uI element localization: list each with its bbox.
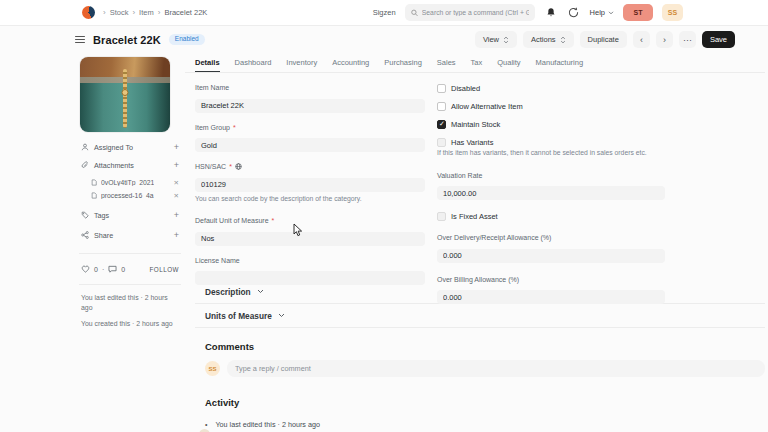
file-icon bbox=[91, 192, 97, 199]
prev-document-button[interactable]: ‹ bbox=[633, 31, 650, 48]
tab-dashboard[interactable]: Dashboard bbox=[235, 53, 272, 72]
comment-avatar: SS bbox=[205, 361, 220, 376]
over-delivery-field[interactable] bbox=[437, 249, 665, 263]
required-marker: * bbox=[233, 124, 236, 131]
attachment-row: 0vOLy4tiTp_2021 ✕ bbox=[91, 177, 179, 188]
select-chevrons-icon bbox=[503, 36, 509, 44]
remove-attachment-icon[interactable]: ✕ bbox=[174, 179, 179, 187]
actions-button[interactable]: Actions bbox=[523, 31, 574, 48]
tab-quality[interactable]: Quality bbox=[497, 53, 520, 72]
duplicate-button[interactable]: Duplicate bbox=[580, 31, 627, 48]
sidebar-share: Share + bbox=[81, 229, 179, 241]
breadcrumb: › Stock › Item › Bracelet 22K bbox=[103, 8, 207, 17]
view-label: View bbox=[483, 35, 499, 44]
search-input[interactable] bbox=[422, 9, 529, 16]
has-variants-checkbox-row: Has Variants bbox=[437, 138, 665, 147]
disabled-label: Disabled bbox=[451, 84, 480, 93]
dot-separator: · bbox=[102, 266, 104, 273]
bell-icon bbox=[546, 7, 556, 18]
form-body: Item Name Item Group * HSN/SAC * You can bbox=[195, 73, 765, 429]
user-avatar-ss[interactable]: SS bbox=[662, 4, 683, 21]
global-search[interactable] bbox=[405, 4, 535, 21]
breadcrumb-current[interactable]: Bracelet 22K bbox=[164, 8, 207, 17]
attachment-link[interactable]: 0vOLy4tiTp_2021 bbox=[101, 179, 154, 186]
view-button[interactable]: View bbox=[475, 31, 517, 48]
required-marker: * bbox=[272, 217, 275, 224]
heart-icon[interactable] bbox=[81, 265, 90, 273]
is-fixed-asset-label: Is Fixed Asset bbox=[451, 212, 498, 221]
hsn-sac-field[interactable] bbox=[195, 178, 425, 192]
tab-details[interactable]: Details bbox=[195, 53, 220, 72]
attachments-label: Attachments bbox=[94, 161, 134, 170]
help-label: Help bbox=[590, 8, 605, 17]
actions-label: Actions bbox=[531, 35, 556, 44]
item-image[interactable] bbox=[80, 57, 170, 132]
hsn-sac-help: You can search code by the description o… bbox=[195, 195, 425, 204]
workspace-link[interactable]: Sigzen bbox=[373, 8, 396, 17]
has-variants-checkbox bbox=[437, 138, 446, 147]
valuation-rate-field[interactable] bbox=[437, 186, 665, 200]
help-dropdown[interactable]: Help bbox=[590, 8, 614, 17]
user-badge-st[interactable]: ST bbox=[623, 4, 653, 21]
comment-icon[interactable] bbox=[108, 265, 117, 273]
uom-section-label: Units of Measure bbox=[205, 311, 272, 321]
attachment-link[interactable]: processed-16_4a bbox=[101, 192, 154, 199]
like-count: 0 bbox=[94, 266, 98, 273]
tab-sales[interactable]: Sales bbox=[437, 53, 456, 72]
tab-purchasing[interactable]: Purchasing bbox=[384, 53, 422, 72]
follow-button[interactable]: FOLLOW bbox=[149, 266, 179, 273]
add-attachment-button[interactable]: + bbox=[174, 161, 179, 170]
over-billing-label: Over Billing Allowance (%) bbox=[437, 276, 665, 283]
disabled-checkbox[interactable] bbox=[437, 84, 446, 93]
tab-accounting[interactable]: Accounting bbox=[332, 53, 369, 72]
item-group-label: Item Group * bbox=[195, 124, 425, 131]
allow-alternative-label: Allow Alternative Item bbox=[451, 102, 523, 111]
allow-alternative-checkbox-row[interactable]: Allow Alternative Item bbox=[437, 102, 665, 111]
activity-log-button[interactable] bbox=[567, 6, 581, 20]
is-fixed-asset-checkbox bbox=[437, 212, 446, 221]
document-sidebar: Assigned To + Attachments + 0vOLy4tiTp_2… bbox=[75, 57, 181, 329]
over-delivery-label: Over Delivery/Receipt Allowance (%) bbox=[437, 234, 665, 241]
item-name-field[interactable] bbox=[195, 99, 425, 113]
default-uom-label: Default Unit of Measure * bbox=[195, 217, 425, 224]
add-share-button[interactable]: + bbox=[174, 231, 179, 240]
tab-manufacturing[interactable]: Manufacturing bbox=[536, 53, 584, 72]
maintain-stock-checkbox-row[interactable]: Maintain Stock bbox=[437, 120, 665, 129]
uom-section-toggle[interactable]: Units of Measure bbox=[195, 304, 765, 328]
refresh-circle-icon bbox=[568, 7, 579, 18]
default-uom-field[interactable] bbox=[195, 232, 425, 246]
required-marker: * bbox=[229, 163, 232, 170]
next-document-button[interactable]: › bbox=[656, 31, 673, 48]
tag-icon bbox=[81, 211, 89, 219]
page-title: Bracelet 22K bbox=[93, 34, 161, 46]
remove-attachment-icon[interactable]: ✕ bbox=[174, 192, 179, 200]
allow-alternative-checkbox[interactable] bbox=[437, 102, 446, 111]
app-logo[interactable] bbox=[82, 6, 95, 19]
tab-tax[interactable]: Tax bbox=[471, 53, 483, 72]
comment-input[interactable] bbox=[227, 360, 765, 377]
breadcrumb-item[interactable]: Item bbox=[139, 8, 154, 17]
license-name-field[interactable] bbox=[195, 271, 425, 285]
breadcrumb-stock[interactable]: Stock bbox=[110, 8, 129, 17]
disabled-checkbox-row[interactable]: Disabled bbox=[437, 84, 665, 93]
last-edited-text: You last edited this · 2 hours ago bbox=[81, 293, 173, 313]
comment-count: 0 bbox=[121, 266, 125, 273]
item-image-bracelet bbox=[123, 69, 127, 128]
sidebar-tags: Tags + bbox=[81, 209, 179, 221]
bullet-icon: • bbox=[205, 421, 207, 428]
over-billing-field[interactable] bbox=[437, 290, 665, 304]
add-tag-button[interactable]: + bbox=[174, 211, 179, 220]
sidebar-toggle-icon[interactable] bbox=[75, 36, 85, 43]
activity-section: Activity • You last edited this · 2 hour… bbox=[195, 397, 765, 429]
add-assignment-button[interactable]: + bbox=[174, 143, 179, 152]
tab-inventory[interactable]: Inventory bbox=[286, 53, 317, 72]
item-image-clasp bbox=[122, 89, 129, 96]
save-button[interactable]: Save bbox=[702, 31, 735, 48]
maintain-stock-checkbox[interactable] bbox=[437, 120, 446, 129]
chevron-down-icon bbox=[257, 289, 264, 294]
more-options-button[interactable]: ··· bbox=[679, 31, 696, 48]
notifications-button[interactable] bbox=[544, 6, 558, 20]
paperclip-icon bbox=[81, 161, 89, 169]
item-group-field[interactable] bbox=[195, 138, 425, 152]
is-fixed-asset-checkbox-row: Is Fixed Asset bbox=[437, 212, 665, 221]
